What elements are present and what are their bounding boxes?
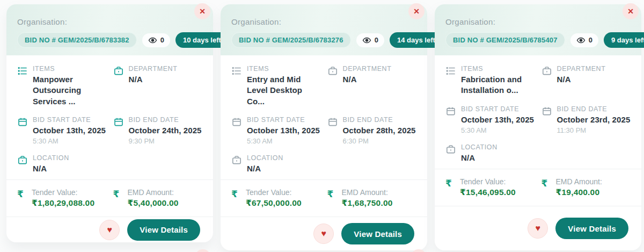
view-details-button[interactable]: View Details xyxy=(127,219,200,241)
card-details: ITEMS Manpower Outsourcing Services ... … xyxy=(6,55,213,179)
bid-end-date: October 28th, 2025 xyxy=(343,125,416,136)
bid-end-label: BID END DATE xyxy=(343,116,416,124)
bid-card: ✕ Organisation: BID NO # GEM/2025/B/6783… xyxy=(6,4,213,242)
card-header: Organisation: BID NO # GEM/2025/B/678327… xyxy=(221,4,427,55)
views-pill: 0 xyxy=(570,33,598,47)
bid-start-date: October 13th, 2025 xyxy=(247,125,320,136)
calendar-icon xyxy=(541,106,552,117)
department-value: N/A xyxy=(557,74,606,85)
tender-value: ₹67,50,000.00 xyxy=(246,198,302,208)
money-section: ₹ Tender Value: ₹1,80,29,088.00 ₹ EMD Am… xyxy=(6,179,213,217)
bid-start-field: BID START DATE October 13th, 2025 5:30 A… xyxy=(231,116,321,145)
views-pill: 0 xyxy=(142,33,170,47)
location-value: N/A xyxy=(247,163,283,174)
briefcase-icon xyxy=(445,144,456,155)
bid-number-chip[interactable]: BID NO # GEM/2025/B/6785407 xyxy=(445,32,565,48)
briefcase-icon xyxy=(541,66,552,76)
bid-start-field: BID START DATE October 13th, 2025 5:30 A… xyxy=(17,116,107,145)
location-field: LOCATION N/A xyxy=(17,154,107,174)
chip-row: BID NO # GEM/2025/B/6783276 0 14 days le… xyxy=(231,32,416,48)
tender-value-label: Tender Value: xyxy=(460,177,516,186)
rupee-icon: ₹ xyxy=(541,178,551,189)
location-value: N/A xyxy=(33,163,69,174)
eye-icon xyxy=(148,36,157,45)
next-row-close-icon xyxy=(195,249,211,252)
organisation-label: Organisation: xyxy=(231,17,416,26)
emd-amount: ₹1,68,750.00 xyxy=(342,198,393,208)
briefcase-icon xyxy=(231,155,242,165)
emd-amount-label: EMD Amount: xyxy=(556,177,602,186)
bid-number-chip[interactable]: BID NO # GEM/2025/B/6783382 xyxy=(17,32,137,48)
bid-number-chip[interactable]: BID NO # GEM/2025/B/6783276 xyxy=(231,32,351,48)
card-actions: ♥ View Details xyxy=(221,217,427,250)
bid-end-time: 11:30 PM xyxy=(557,126,631,134)
close-icon[interactable]: ✕ xyxy=(623,3,639,19)
tender-value-label: Tender Value: xyxy=(246,188,302,197)
eye-icon xyxy=(362,36,371,45)
eye-icon xyxy=(576,36,586,45)
favorite-heart-icon[interactable]: ♥ xyxy=(99,220,120,240)
calendar-icon xyxy=(231,117,242,127)
briefcase-icon xyxy=(17,155,28,165)
calendar-icon xyxy=(17,117,28,127)
bid-start-time: 5:30 AM xyxy=(461,126,534,134)
tender-value: ₹15,46,095.00 xyxy=(460,188,516,197)
money-section: ₹ Tender Value: ₹15,46,095.00 ₹ EMD Amou… xyxy=(435,169,641,206)
emd-amount: ₹19,400.00 xyxy=(556,188,602,197)
rupee-icon: ₹ xyxy=(17,189,27,200)
emd-amount-label: EMD Amount: xyxy=(342,188,393,197)
bid-end-label: BID END DATE xyxy=(129,116,202,124)
department-field: DEPARTMENT N/A xyxy=(113,65,203,107)
department-label: DEPARTMENT xyxy=(129,65,178,73)
list-icon xyxy=(17,66,28,76)
rupee-icon: ₹ xyxy=(445,178,455,189)
close-icon[interactable]: ✕ xyxy=(194,3,210,19)
bid-end-date: October 23rd, 2025 xyxy=(557,114,631,125)
bid-end-field: BID END DATE October 28th, 2025 6:30 PM xyxy=(327,116,417,145)
bid-card: ✕ Organisation: BID NO # GEM/2025/B/6785… xyxy=(435,4,641,250)
location-field: LOCATION N/A xyxy=(231,154,321,174)
list-icon xyxy=(231,66,242,76)
bid-results-page: ✕ Organisation: BID NO # GEM/2025/B/6783… xyxy=(0,0,644,252)
view-details-button[interactable]: View Details xyxy=(341,223,414,244)
bid-end-field: BID END DATE October 23rd, 2025 11:30 PM xyxy=(541,105,631,134)
card-header: Organisation: BID NO # GEM/2025/B/678540… xyxy=(435,4,641,55)
bid-start-label: BID START DATE xyxy=(247,116,320,124)
calendar-icon xyxy=(327,117,338,127)
bid-end-label: BID END DATE xyxy=(557,105,631,113)
calendar-icon xyxy=(113,117,124,127)
favorite-heart-icon[interactable]: ♥ xyxy=(313,224,334,244)
items-label: ITEMS xyxy=(247,65,321,73)
tender-value-label: Tender Value: xyxy=(32,188,94,197)
view-details-button[interactable]: View Details xyxy=(555,218,628,239)
rupee-icon: ₹ xyxy=(327,189,337,200)
department-value: N/A xyxy=(343,74,392,85)
views-count: 0 xyxy=(375,36,378,44)
location-label: LOCATION xyxy=(247,154,283,162)
items-field: ITEMS Entry and Mid Level Desktop Co... xyxy=(231,65,321,107)
department-field: DEPARTMENT N/A xyxy=(541,65,631,96)
favorite-heart-icon[interactable]: ♥ xyxy=(528,218,548,239)
emd-amount-label: EMD Amount: xyxy=(128,188,179,197)
card-actions: ♥ View Details xyxy=(6,217,213,242)
items-value: Fabrication and Installation o... xyxy=(461,74,535,96)
calendar-icon xyxy=(445,106,456,117)
close-icon[interactable]: ✕ xyxy=(408,3,425,19)
items-field: ITEMS Fabrication and Installation o... xyxy=(445,65,535,96)
bid-start-time: 5:30 AM xyxy=(247,137,320,145)
items-field: ITEMS Manpower Outsourcing Services ... xyxy=(17,65,107,107)
tender-value-field: ₹ Tender Value: ₹15,46,095.00 xyxy=(445,177,535,197)
tender-value: ₹1,80,29,088.00 xyxy=(32,198,94,208)
emd-amount-field: ₹ EMD Amount: ₹5,40,000.00 xyxy=(113,188,203,208)
bid-end-date: October 24th, 2025 xyxy=(129,125,202,136)
department-label: DEPARTMENT xyxy=(557,65,606,73)
location-label: LOCATION xyxy=(33,154,69,162)
department-value: N/A xyxy=(129,74,178,85)
money-section: ₹ Tender Value: ₹67,50,000.00 ₹ EMD Amou… xyxy=(221,179,427,217)
location-field: LOCATION N/A xyxy=(445,143,535,163)
bid-end-time: 6:30 PM xyxy=(343,137,416,145)
bid-start-field: BID START DATE October 13th, 2025 5:30 A… xyxy=(445,105,535,134)
days-left-badge: 9 days left xyxy=(604,32,644,48)
tender-value-field: ₹ Tender Value: ₹1,80,29,088.00 xyxy=(17,188,107,208)
rupee-icon: ₹ xyxy=(231,189,241,200)
